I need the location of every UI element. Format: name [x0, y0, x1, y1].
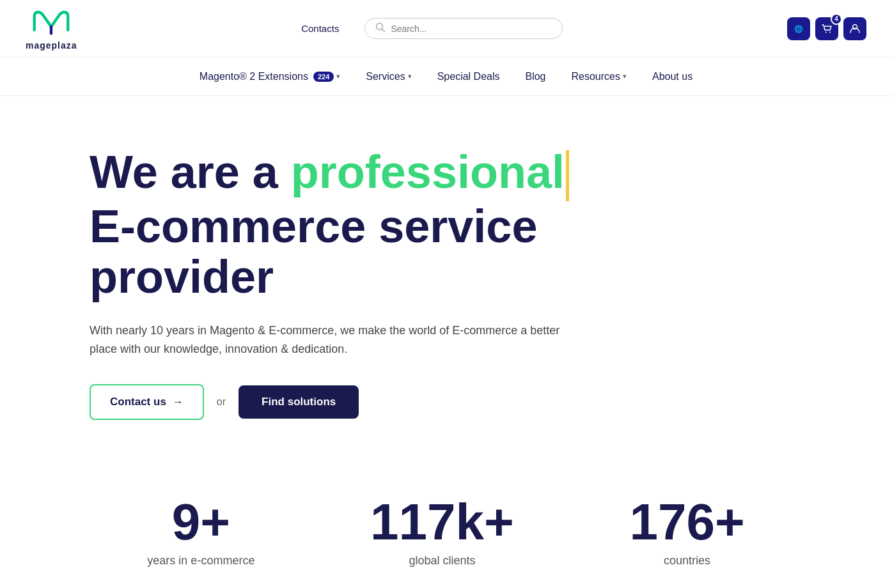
logo-text: mageplaza — [26, 40, 77, 50]
nav-item-resources[interactable]: Resources ▾ — [561, 66, 637, 88]
hero-title: We are a professional E-commerce service… — [90, 147, 802, 302]
nav-item-blog[interactable]: Blog — [515, 66, 556, 88]
svg-point-5 — [829, 31, 831, 33]
svg-point-4 — [825, 31, 827, 33]
hero-title-part1: We are a — [90, 146, 291, 197]
stat-years: 9+ years in e-commerce — [147, 497, 254, 568]
stat-countries-label: countries — [629, 554, 744, 568]
cart-badge-count: 4 — [831, 13, 842, 25]
nav-item-special-deals[interactable]: Special Deals — [427, 66, 510, 88]
logo[interactable]: mageplaza — [26, 7, 77, 50]
stat-countries-number: 176+ — [629, 497, 744, 548]
svg-line-1 — [382, 29, 385, 32]
chevron-down-icon: ▾ — [623, 72, 627, 81]
hero-subtitle: With nearly 10 years in Magento & E-comm… — [90, 321, 575, 359]
nav-item-magento[interactable]: Magento® 2 Extensions 224 ▾ — [189, 66, 350, 88]
contact-us-button[interactable]: Contact us → — [90, 384, 204, 420]
header-icons: 🌐 4 — [787, 17, 866, 40]
nav-item-services[interactable]: Services ▾ — [356, 66, 421, 88]
main-nav: Magento® 2 Extensions 224 ▾ Services ▾ S… — [0, 58, 892, 96]
svg-text:🌐: 🌐 — [794, 24, 803, 33]
stat-years-number: 9+ — [147, 497, 254, 548]
stat-clients-label: global clients — [370, 554, 514, 568]
search-icon — [375, 22, 386, 35]
logo-icon — [29, 7, 74, 39]
hero-title-part3: provider — [90, 251, 274, 302]
find-solutions-button[interactable]: Find solutions — [239, 385, 359, 419]
hero-buttons: Contact us → or Find solutions — [90, 384, 802, 420]
stat-clients-number: 117k+ — [370, 497, 514, 548]
header: mageplaza Contacts 🌐 4 — [0, 0, 892, 58]
stat-years-label: years in e-commerce — [147, 554, 254, 568]
hero-title-part2: E-commerce service — [90, 201, 537, 252]
hero-cursor — [566, 150, 569, 201]
hero-title-highlight: professional — [291, 146, 565, 197]
chevron-down-icon: ▾ — [336, 72, 340, 81]
nav-item-about[interactable]: About us — [642, 66, 703, 88]
flag-button[interactable]: 🌐 — [787, 17, 810, 40]
hero-section: We are a professional E-commerce service… — [0, 96, 892, 458]
stat-clients: 117k+ global clients — [370, 497, 514, 568]
stat-countries: 176+ countries — [629, 497, 744, 568]
search-input[interactable] — [391, 24, 552, 34]
search-bar — [364, 18, 563, 39]
stats-section: 9+ years in e-commerce 117k+ global clie… — [0, 458, 892, 588]
chevron-down-icon: ▾ — [408, 72, 412, 81]
user-button[interactable] — [843, 17, 866, 40]
or-separator: or — [217, 396, 226, 408]
contacts-link[interactable]: Contacts — [301, 23, 339, 34]
cart-button[interactable]: 4 — [815, 17, 838, 40]
